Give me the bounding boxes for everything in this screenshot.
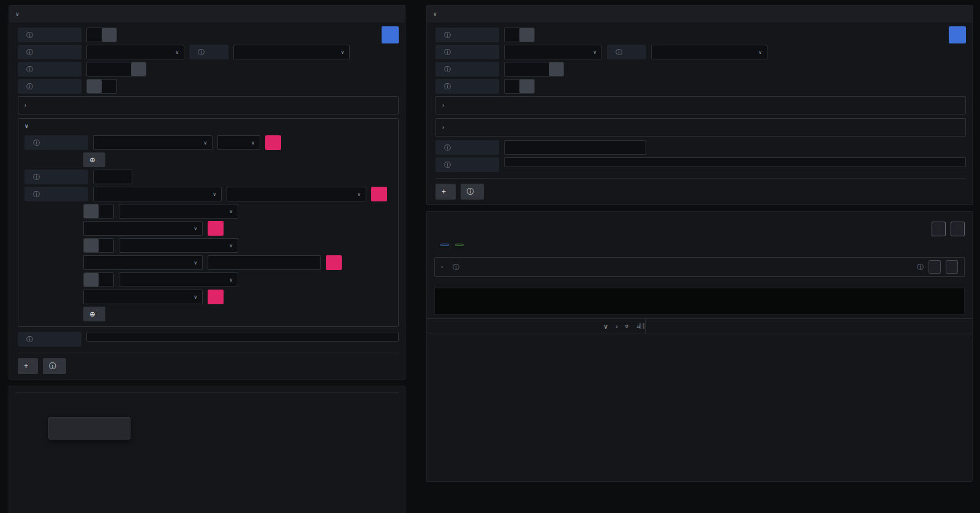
trace-mode-label: ⓘ: [435, 79, 499, 94]
trace-id-input[interactable]: [504, 140, 646, 155]
query-type-table[interactable]: [87, 62, 102, 76]
trace-mode-label: ⓘ: [18, 79, 81, 94]
filters-section: ∨ ⓘ ∨ ∨ ⊕ ⓘ ⓘ: [18, 118, 399, 327]
remove-condition-button[interactable]: [208, 221, 224, 236]
trace-mode-toggle: [86, 79, 117, 94]
trace-search-option[interactable]: [505, 80, 519, 93]
order-by-field-select[interactable]: ∨: [93, 135, 213, 150]
or-option[interactable]: [99, 273, 113, 286]
sql-preview-code: [86, 332, 399, 342]
query-type-logs[interactable]: [519, 62, 534, 76]
filter-field-select[interactable]: ∨: [93, 187, 222, 201]
editor-type-toggle: [504, 28, 535, 42]
collapse-query-icon[interactable]: ∨: [433, 12, 437, 17]
condition-field-select[interactable]: ∨: [119, 204, 238, 219]
add-query-button[interactable]: +: [18, 358, 38, 374]
query-type-logs[interactable]: [102, 62, 116, 76]
filter-value-select[interactable]: ∨: [227, 187, 366, 201]
chevron-right-icon[interactable]: ›: [441, 264, 443, 270]
chevron-right-icon: ›: [442, 103, 444, 108]
chevron-down-icon: ∨: [251, 140, 255, 146]
sql-editor-option[interactable]: [505, 28, 519, 42]
database-select[interactable]: ∨: [504, 45, 602, 59]
columns-section-toggle[interactable]: ›: [18, 96, 399, 114]
query-type-table[interactable]: [505, 62, 519, 76]
query-type-label: ⓘ: [435, 62, 499, 77]
remove-filter-button[interactable]: [371, 187, 387, 201]
chevron-down-icon: ∨: [213, 192, 216, 197]
info-icon: ⓘ: [444, 82, 451, 91]
columns-section-toggle[interactable]: ›: [435, 96, 966, 114]
http-method-badge: [440, 244, 449, 246]
limit-input[interactable]: [93, 170, 132, 184]
condition-operator-select[interactable]: ∨: [83, 290, 203, 304]
column-resize-handle[interactable]: ∥∥: [639, 323, 646, 329]
and-option[interactable]: [84, 239, 99, 252]
query-type-traces[interactable]: [131, 62, 146, 76]
trace-id-option[interactable]: [102, 80, 116, 93]
query-type-timeseries[interactable]: [116, 62, 131, 76]
or-option[interactable]: [99, 204, 113, 218]
condition-field-select[interactable]: ∨: [119, 272, 238, 287]
trace-minimap[interactable]: [434, 280, 965, 315]
filters-section-toggle[interactable]: ›: [435, 118, 966, 137]
query-type-timeseries[interactable]: [534, 62, 549, 76]
condition-value-input[interactable]: [208, 255, 321, 270]
and-option[interactable]: [84, 273, 99, 286]
query-header-trace-id: ∨: [427, 6, 972, 23]
sql-editor-option[interactable]: [87, 28, 102, 42]
query-builder-option[interactable]: [102, 28, 116, 42]
query-inspector-button[interactable]: ⓘ: [461, 184, 484, 200]
chevron-down-icon: ∨: [229, 277, 233, 283]
condition-operator-select[interactable]: ∨: [83, 221, 203, 236]
trace-id-button[interactable]: [932, 222, 946, 236]
bool-toggle: [83, 272, 114, 287]
table-header-row: [15, 392, 399, 393]
chevron-down-icon: ∨: [341, 50, 344, 55]
remove-condition-button[interactable]: [326, 255, 342, 270]
minimap-canvas[interactable]: [434, 288, 965, 315]
filters-section-toggle[interactable]: ∨: [24, 124, 392, 129]
or-option[interactable]: [99, 239, 113, 252]
info-icon: ⓘ: [444, 48, 451, 57]
prev-button[interactable]: [929, 260, 941, 274]
condition-field-select[interactable]: ∨: [119, 238, 238, 253]
expand-one-icon[interactable]: ›: [616, 323, 618, 330]
export-button[interactable]: [951, 222, 965, 236]
chevron-down-icon: ∨: [194, 294, 197, 300]
remove-condition-button[interactable]: [208, 290, 224, 304]
collapse-all-icon[interactable]: »: [624, 324, 631, 328]
next-button[interactable]: [946, 260, 958, 274]
table-select[interactable]: ∨: [651, 45, 767, 59]
filters-label: ⓘ: [24, 187, 88, 201]
chevron-down-icon: ∨: [24, 124, 29, 129]
query-editor-panel-a: ∨ ⓘ: [9, 5, 405, 380]
order-by-direction-select[interactable]: ∨: [217, 135, 260, 150]
trace-id-option[interactable]: [519, 80, 534, 93]
info-circle-icon: ⓘ: [467, 187, 474, 197]
run-query-button[interactable]: [382, 26, 399, 43]
run-query-button[interactable]: [949, 26, 966, 43]
and-option[interactable]: [84, 204, 99, 218]
query-builder-option[interactable]: [519, 28, 534, 42]
collapse-one-icon[interactable]: ∨: [603, 323, 608, 331]
add-query-button[interactable]: +: [435, 184, 456, 200]
database-select[interactable]: ∨: [86, 45, 184, 59]
query-type-traces[interactable]: [549, 62, 564, 76]
minimap-ruler: [434, 280, 965, 288]
chevron-down-icon: ∨: [593, 50, 597, 55]
query-inspector-button[interactable]: ⓘ: [43, 358, 66, 374]
info-icon: ⓘ: [26, 65, 33, 74]
order-by-label: ⓘ: [24, 135, 88, 150]
trace-search-option[interactable]: [87, 80, 102, 93]
sql-preview-label: ⓘ: [435, 157, 499, 172]
collapse-query-icon[interactable]: ∨: [15, 12, 20, 17]
remove-order-by-button[interactable]: [265, 135, 281, 150]
add-filter-button[interactable]: ⊕: [83, 307, 105, 321]
service-operation-header: ∨ › » » ∥∥: [427, 319, 646, 334]
add-order-by-button[interactable]: ⊕: [83, 152, 105, 167]
table-select[interactable]: ∨: [233, 45, 350, 59]
condition-operator-select[interactable]: ∨: [83, 255, 203, 270]
query-editor-panel-trace-id: ∨ ⓘ: [426, 5, 973, 205]
data-links-tooltip: [48, 417, 130, 440]
